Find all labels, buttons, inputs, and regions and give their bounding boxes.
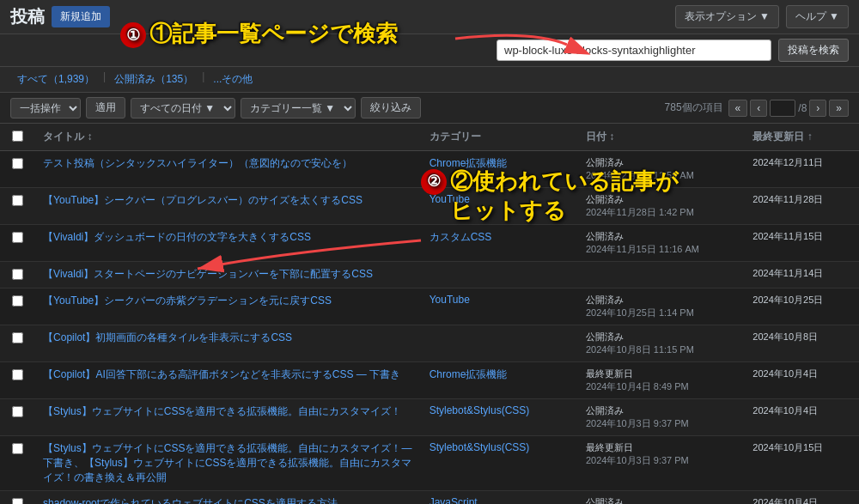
category-link[interactable]: JavaScript	[430, 496, 478, 504]
post-title-link[interactable]: 【Copilot】AI回答下部にある高評価ボタンなどを非表示にするCSS — 下…	[43, 367, 412, 382]
category-link[interactable]: Stylebot&Stylus(CSS)	[430, 441, 530, 453]
display-options-button[interactable]: 表示オプション ▼	[675, 5, 779, 28]
category-filter-select[interactable]: カテゴリー一覧 ▼	[241, 98, 356, 118]
bulk-action-select[interactable]: 一括操作	[10, 98, 81, 118]
category-link[interactable]: Stylebot&Stylus(CSS)	[430, 404, 530, 416]
row-title: 【Copilot】AI回答下部にある高評価ボタンなどを非表示にするCSS — 下…	[34, 362, 421, 399]
row-checkbox[interactable]	[0, 436, 34, 491]
next-page-button[interactable]: ›	[809, 100, 826, 117]
row-category: Stylebot&Stylus(CSS)	[421, 436, 577, 491]
post-title-link[interactable]: 【YouTube】シークバー（プログレスバー）のサイズを太くするCSS	[43, 193, 412, 208]
table-row: 【Copilot】初期画面の各種タイルを非表示にするCSS 公開済み 2024年…	[0, 325, 859, 362]
prev-page-button[interactable]: ‹	[750, 100, 767, 117]
date-status: 公開済み	[586, 156, 735, 169]
date-value: 2024年11月15日 11:16 AM	[586, 243, 735, 256]
header-modified[interactable]: 最終更新日 ↑	[744, 124, 859, 151]
row-modified: 2024年10月4日	[744, 399, 859, 436]
table-row: 【Stylus】ウェブサイトにCSSを適用できる拡張機能。自由にカスタマイズ！ …	[0, 399, 859, 436]
apply-button[interactable]: 適用	[86, 97, 125, 118]
narrow-button[interactable]: 絞り込み	[361, 97, 421, 118]
date-value: 2024年10月4日 8:49 PM	[586, 380, 735, 393]
filter-bar: すべて（1,939） | 公開済み（135） | ...その他	[0, 67, 859, 93]
row-modified: 2024年10月4日	[744, 362, 859, 399]
date-value: 2024年10月25日 1:14 PM	[586, 307, 735, 319]
top-bar-left: 投稿 新規追加	[10, 5, 110, 28]
row-modified: 2024年10月15日	[744, 436, 859, 491]
filter-tab-other[interactable]: ...その他	[206, 70, 259, 88]
new-post-button[interactable]: 新規追加	[52, 6, 110, 27]
table-row: テスト投稿（シンタックスハイライター）（意図的なので安心を） Chrome拡張機…	[0, 151, 859, 188]
date-status: 公開済み	[586, 230, 735, 243]
table-row: 【YouTube】シークバーの赤紫グラデーションを元に戻すCSS YouTube…	[0, 288, 859, 325]
toolbar: 一括操作 適用 すべての日付 ▼ カテゴリー一覧 ▼ 絞り込み 785個の項目 …	[0, 93, 859, 124]
row-modified: 2024年10月4日	[744, 491, 859, 505]
filter-tabs: すべて（1,939） | 公開済み（135） | ...その他	[10, 70, 849, 88]
date-filter-select[interactable]: すべての日付 ▼	[131, 98, 235, 118]
row-title: 【YouTube】シークバー（プログレスバー）のサイズを太くするCSS	[34, 188, 421, 225]
page-number-input[interactable]: 1	[770, 100, 795, 117]
help-button[interactable]: ヘルプ ▼	[786, 5, 849, 28]
category-link[interactable]: YouTube	[430, 294, 470, 306]
category-link[interactable]: Chrome拡張機能	[430, 157, 508, 169]
post-title-link[interactable]: 【Vivaldi】スタートページのナビゲーションバーを下部に配置するCSS	[43, 267, 412, 282]
row-category	[421, 262, 577, 288]
items-count: 785個の項目	[665, 100, 723, 115]
search-submit-button[interactable]: 投稿を検索	[778, 39, 849, 62]
date-status: 公開済み	[586, 404, 735, 417]
category-link[interactable]: Chrome拡張機能	[430, 368, 508, 380]
top-bar: 投稿 新規追加 表示オプション ▼ ヘルプ ▼	[0, 0, 859, 34]
table-row: 【YouTube】シークバー（プログレスバー）のサイズを太くするCSS YouT…	[0, 188, 859, 225]
row-date	[577, 262, 744, 288]
row-modified: 2024年10月25日	[744, 288, 859, 325]
row-checkbox[interactable]	[0, 325, 34, 362]
row-title: 【Copilot】初期画面の各種タイルを非表示にするCSS	[34, 325, 421, 362]
row-checkbox[interactable]	[0, 399, 34, 436]
category-link[interactable]: カスタムCSS	[430, 231, 492, 243]
post-title-link[interactable]: テスト投稿（シンタックスハイライター）（意図的なので安心を）	[43, 156, 412, 171]
table-row: 【Stylus】ウェブサイトにCSSを適用できる拡張機能。自由にカスタマイズ！—…	[0, 436, 859, 491]
row-checkbox[interactable]	[0, 188, 34, 225]
date-status: 最終更新日	[586, 441, 735, 454]
search-bar: 投稿を検索	[0, 34, 859, 67]
row-checkbox[interactable]	[0, 151, 34, 188]
modified-date: 2024年10月4日	[752, 497, 818, 504]
row-modified: 2024年10月8日	[744, 325, 859, 362]
header-title[interactable]: タイトル ↕	[34, 124, 421, 151]
first-page-button[interactable]: «	[728, 100, 748, 117]
row-title: 【Stylus】ウェブサイトにCSSを適用できる拡張機能。自由にカスタマイズ！—…	[34, 436, 421, 491]
row-title: テスト投稿（シンタックスハイライター）（意図的なので安心を）	[34, 151, 421, 188]
row-date: 公開済み 2024年11月15日 11:16 AM	[577, 225, 744, 262]
row-modified: 2024年11月15日	[744, 225, 859, 262]
row-checkbox[interactable]	[0, 491, 34, 505]
row-category: Chrome拡張機能	[421, 151, 577, 188]
category-link[interactable]: YouTube	[430, 193, 470, 205]
modified-date: 2024年11月28日	[752, 194, 823, 204]
filter-tab-published[interactable]: 公開済み（135）	[107, 70, 200, 88]
post-title-link[interactable]: 【Stylus】ウェブサイトにCSSを適用できる拡張機能。自由にカスタマイズ！	[43, 404, 412, 419]
post-title-link[interactable]: 【Vivaldi】ダッシュボードの日付の文字を大きくするCSS	[43, 230, 412, 245]
row-checkbox[interactable]	[0, 288, 34, 325]
search-input[interactable]	[497, 39, 771, 61]
date-status: 公開済み	[586, 496, 735, 504]
post-title-link[interactable]: 【Copilot】初期画面の各種タイルを非表示にするCSS	[43, 331, 412, 345]
row-checkbox[interactable]	[0, 362, 34, 399]
header-date[interactable]: 日付 ↕	[577, 124, 744, 151]
row-date: 最終更新日 2024年10月4日 8:49 PM	[577, 362, 744, 399]
modified-date: 2024年10月25日	[752, 295, 823, 305]
page-title: 投稿	[10, 5, 45, 28]
date-status: 公開済み	[586, 193, 735, 206]
row-checkbox[interactable]	[0, 262, 34, 288]
date-value: 2024年10月3日 9:37 PM	[586, 454, 735, 467]
row-date: 公開済み 2024年10月3日 9:37 PM	[577, 399, 744, 436]
row-checkbox[interactable]	[0, 225, 34, 262]
table-row: 【Vivaldi】スタートページのナビゲーションバーを下部に配置するCSS 20…	[0, 262, 859, 288]
filter-tab-all[interactable]: すべて（1,939）	[10, 70, 101, 88]
post-title-link[interactable]: 【YouTube】シークバーの赤紫グラデーションを元に戻すCSS	[43, 294, 412, 308]
post-title-link[interactable]: shadow-rootで作られているウェブサイトにCSSを適用する方法	[43, 496, 412, 504]
header-checkbox[interactable]	[0, 124, 34, 151]
date-value: 2024年10月3日 9:37 PM	[586, 417, 735, 430]
pagination: « ‹ 1 /8 › »	[728, 100, 849, 117]
post-title-link[interactable]: 【Stylus】ウェブサイトにCSSを適用できる拡張機能。自由にカスタマイズ！—…	[43, 441, 412, 485]
row-date: 公開済み 2024年10月8日 11:15 PM	[577, 325, 744, 362]
last-page-button[interactable]: »	[829, 100, 849, 117]
